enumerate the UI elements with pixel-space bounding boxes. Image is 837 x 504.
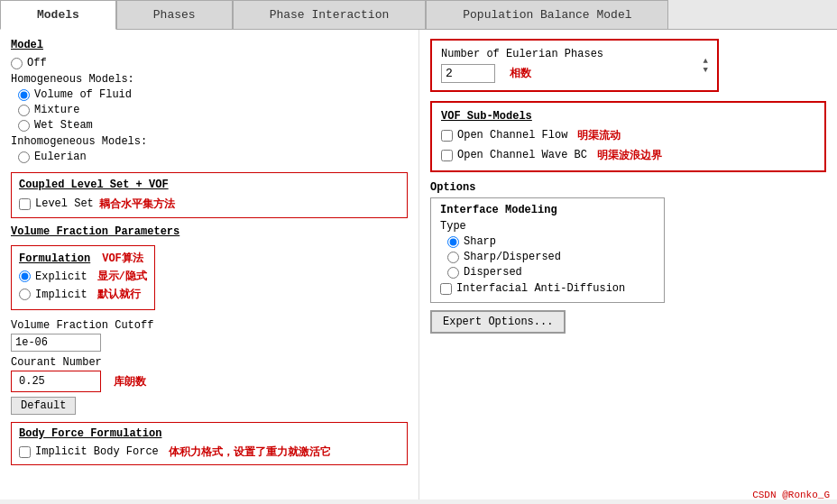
watermark: CSDN @Ronko_G [752,490,830,500]
default-button[interactable]: Default [11,397,76,415]
interfacial-ad-checkbox[interactable] [440,283,452,295]
dispersed-option: Dispersed [447,266,655,279]
model-section-title: Model [11,39,408,51]
sharp-dispersed-option: Sharp/Dispersed [447,251,655,263]
vf-title: Volume Fraction Parameters [11,225,408,238]
explicit-option: Explicit 显示/隐式 [19,269,147,284]
open-channel-flow-label: Open Channel Flow [457,129,567,142]
type-label: Type [440,220,655,233]
body-force-title: Body Force Formulation [19,427,400,440]
open-channel-wave-row: Open Channel Wave BC [441,149,587,161]
coupled-level-set-box: Coupled Level Set + VOF Level Set 耦合水平集方… [11,172,408,218]
sharp-option: Sharp [447,235,655,248]
main-content: Model Off Homogeneous Models: Volume of … [0,30,837,499]
wet-steam-label: Wet Steam [34,119,93,132]
implicit-annotation: 默认就行 [97,287,141,302]
sharp-dispersed-radio[interactable] [447,252,459,263]
formulation-box: Formulation VOF算法 Explicit 显示/隐式 Implici… [11,245,155,310]
coupled-box-title: Coupled Level Set + VOF [19,179,400,191]
wet-steam-option: Wet Steam [18,119,408,132]
level-set-row: Level Set 耦合水平集方法 [19,196,400,212]
sharp-dispersed-label: Sharp/Dispersed [464,251,561,263]
implicit-radio[interactable] [19,289,31,300]
courant-annotation: 库朗数 [114,374,146,389]
eulerian-phases-label: Number of Eulerian Phases [441,48,603,60]
model-section: Model Off Homogeneous Models: Volume of … [11,39,408,163]
tab-phases[interactable]: Phases [116,0,233,29]
left-panel: Model Off Homogeneous Models: Volume of … [0,30,419,499]
off-radio[interactable] [11,58,23,69]
open-channel-flow-row: Open Channel Flow [441,129,567,142]
eulerian-phases-input[interactable] [441,64,495,83]
eulerian-phases-box: Number of Eulerian Phases 相数 ▲ ▼ [430,39,719,92]
vf-section: Volume Fraction Parameters Formulation V… [11,225,408,415]
vof-sub-box: VOF Sub-Models Open Channel Flow 明渠流动 Op… [430,101,826,172]
interface-modeling-title: Interface Modeling [440,204,655,216]
tab-population-balance[interactable]: Population Balance Model [426,0,668,29]
open-channel-wave-label: Open Channel Wave BC [457,149,587,161]
sharp-radio[interactable] [447,236,459,248]
vof-radio[interactable] [18,89,30,101]
eulerian-phases-input-row: 相数 [441,64,603,83]
eulerian-radio[interactable] [18,151,30,163]
body-force-box: Body Force Formulation Implicit Body For… [11,422,408,465]
level-set-label: Level Set [35,197,94,210]
vof-sub-title: VOF Sub-Models [441,110,815,123]
level-set-check-row: Level Set [19,197,94,210]
mixture-radio[interactable] [18,105,30,116]
open-channel-flow-annotation: 明渠流动 [577,128,621,143]
inhomogeneous-label: Inhomogeneous Models: [11,135,408,148]
interface-modeling-box: Interface Modeling Type Sharp Sharp/Disp… [430,197,665,303]
implicit-option: Implicit 默认就行 [19,287,147,302]
eulerian-option: Eulerian [18,151,408,163]
off-label: Off [27,57,47,69]
level-set-checkbox[interactable] [19,198,31,210]
vof-option: Volume of Fluid [18,88,408,101]
courant-box [11,371,101,392]
implicit-body-force-checkbox[interactable] [19,446,31,458]
courant-row: 库朗数 [11,371,408,392]
wet-steam-radio[interactable] [18,120,30,132]
options-title: Options [430,181,826,194]
sharp-label: Sharp [464,235,496,248]
formulation-title: Formulation [19,252,90,265]
courant-input[interactable] [15,373,97,389]
open-channel-wave-annotation: 明渠波浪边界 [597,148,662,163]
mixture-label: Mixture [34,104,79,116]
open-channel-flow-checkbox[interactable] [441,130,453,142]
cutoff-label: Volume Fraction Cutoff [11,319,408,332]
implicit-body-force-row: Implicit Body Force [19,445,159,458]
right-panel: Number of Eulerian Phases 相数 ▲ ▼ VOF Sub… [419,30,837,499]
off-option: Off [11,57,408,69]
spinner-arrows[interactable]: ▲ ▼ [704,57,708,75]
expert-options-button[interactable]: Expert Options... [430,310,566,334]
dispersed-label: Dispersed [464,266,522,279]
open-channel-wave-checkbox[interactable] [441,150,453,161]
mixture-option: Mixture [18,104,408,116]
formulation-annotation: VOF算法 [102,251,143,266]
explicit-radio[interactable] [19,270,31,282]
homogeneous-label: Homogeneous Models: [11,73,408,86]
level-set-annotation: 耦合水平集方法 [99,197,175,212]
vof-label: Volume of Fluid [34,88,132,101]
interfacial-ad-label: Interfacial Anti-Diffusion [456,282,625,295]
courant-label: Courant Number [11,356,408,369]
eulerian-phases-annotation: 相数 [510,66,531,81]
tab-bar: Models Phases Phase Interaction Populati… [0,0,837,30]
implicit-body-force-label: Implicit Body Force [35,445,159,458]
body-force-annotation: 体积力格式，设置了重力就激活它 [169,444,331,460]
eulerian-label: Eulerian [34,151,87,163]
dispersed-radio[interactable] [447,267,459,279]
tab-phase-interaction[interactable]: Phase Interaction [233,0,427,29]
cutoff-input[interactable] [11,334,101,352]
tab-models[interactable]: Models [0,0,116,30]
options-section: Options Interface Modeling Type Sharp Sh… [430,181,826,334]
implicit-label: Implicit [35,289,87,301]
interfacial-ad-row: Interfacial Anti-Diffusion [440,282,655,295]
explicit-annotation: 显示/隐式 [97,269,147,284]
explicit-label: Explicit [35,270,87,283]
